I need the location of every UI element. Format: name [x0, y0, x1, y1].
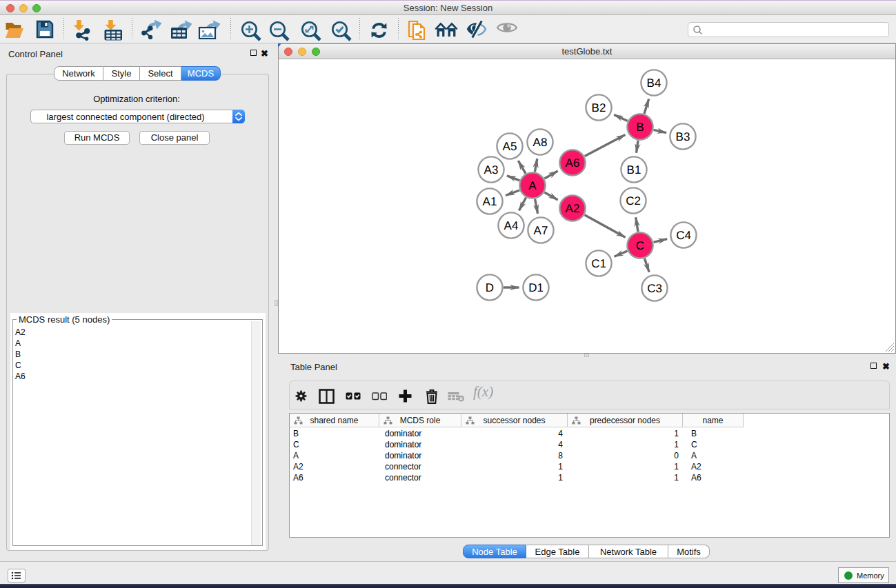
svg-text:C: C — [636, 239, 644, 252]
svg-text:C2: C2 — [626, 194, 641, 207]
svg-text:A5: A5 — [503, 140, 517, 153]
svg-text:A4: A4 — [504, 219, 519, 232]
svg-text:A: A — [528, 179, 537, 192]
svg-text:D: D — [486, 281, 494, 294]
svg-text:B1: B1 — [627, 163, 641, 176]
svg-text:B4: B4 — [647, 77, 661, 90]
svg-text:C4: C4 — [676, 229, 691, 242]
svg-text:B3: B3 — [676, 130, 690, 143]
svg-text:B: B — [636, 121, 644, 134]
svg-text:A3: A3 — [484, 163, 499, 176]
svg-text:C3: C3 — [647, 282, 662, 295]
svg-text:B2: B2 — [592, 101, 606, 114]
svg-text:A8: A8 — [533, 136, 548, 149]
svg-text:A2: A2 — [566, 202, 580, 215]
svg-text:A7: A7 — [534, 224, 548, 237]
svg-text:D1: D1 — [528, 281, 544, 294]
svg-text:C1: C1 — [591, 257, 606, 270]
svg-text:A6: A6 — [566, 156, 580, 170]
svg-text:A1: A1 — [483, 195, 497, 208]
